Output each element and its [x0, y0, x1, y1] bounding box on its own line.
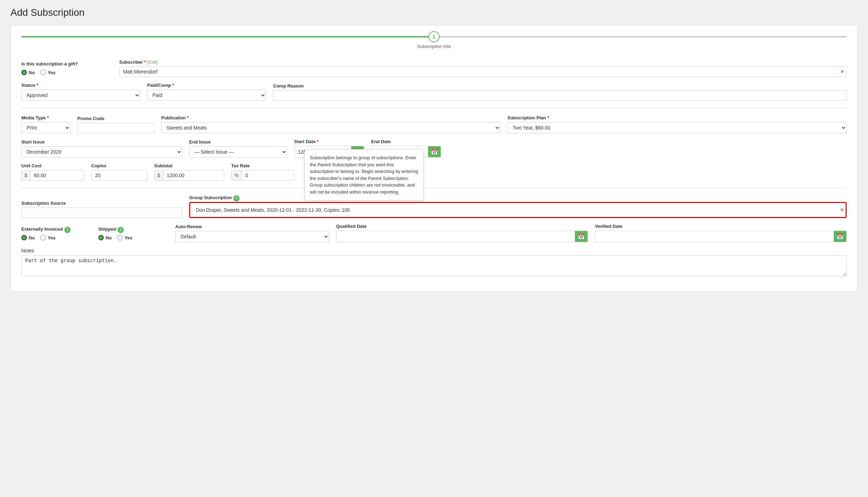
copies-group: Copies: [91, 163, 147, 181]
divider-1: [21, 108, 847, 108]
unit-cost-group: Unit Cost $: [21, 163, 84, 181]
publication-label: Publication *: [161, 115, 500, 120]
end-date-label: End Date: [371, 139, 441, 144]
subscription-plan-label: Subscription Plan *: [507, 115, 847, 120]
media-type-label: Media Type *: [21, 115, 70, 120]
subtotal-field: $: [154, 170, 224, 181]
subscriber-label: Subscriber * [Edit]: [119, 59, 847, 65]
auto-renew-label: Auto-Renew: [175, 224, 329, 229]
stepper-track: 1: [21, 36, 847, 37]
status-label: Status *: [21, 83, 140, 88]
gift-radio-group: No Yes: [21, 70, 112, 77]
group-sub-label-row: Group Subscription ?: [189, 195, 847, 202]
shipped-help-icon[interactable]: ?: [118, 227, 124, 233]
start-issue-select[interactable]: December 2020 January 2021: [21, 146, 182, 158]
subscriber-input[interactable]: [119, 66, 847, 77]
gift-no-radio[interactable]: No: [21, 70, 35, 75]
ext-invoiced-help-icon[interactable]: ?: [64, 227, 71, 233]
end-issue-label: End Issue: [189, 139, 287, 145]
gift-yes-label: Yes: [48, 70, 55, 75]
end-issue-select[interactable]: — Select Issue — December 2022: [189, 146, 287, 158]
externally-invoiced-label: Externally Invoiced: [21, 226, 63, 232]
promo-code-label: Promo Code: [77, 116, 154, 121]
paid-comp-select[interactable]: Paid Comp Free: [147, 90, 266, 101]
subscription-source-label: Subscription Source: [21, 201, 182, 206]
row-extra-fields: Externally Invoiced ? No Yes Shipped: [21, 224, 847, 242]
qualified-date-input[interactable]: [336, 232, 575, 241]
auto-renew-select[interactable]: Default Yes No: [175, 231, 329, 242]
copies-input[interactable]: [91, 170, 147, 181]
shipped-yes-input[interactable]: [117, 235, 123, 240]
promo-code-input[interactable]: [77, 123, 154, 133]
group-subscription-field: ×: [189, 202, 847, 218]
verified-date-input[interactable]: [595, 232, 834, 241]
stepper: 1 Subscription Info: [21, 36, 847, 49]
tax-rate-prefix: %: [232, 170, 242, 180]
page-container: Add Subscription 1 Subscription Info Is …: [0, 0, 868, 497]
ext-invoiced-no[interactable]: No: [21, 235, 35, 240]
gift-no-input[interactable]: [21, 70, 27, 75]
group-subscription-input[interactable]: [192, 205, 838, 215]
publication-group: Publication * Sweets and Meats Other Pub…: [161, 115, 500, 133]
group-subscription-group: Group Subscription ? ×: [189, 195, 847, 218]
stepper-progress: [21, 36, 434, 37]
verified-date-calendar-icon[interactable]: 📅: [834, 231, 846, 242]
subscriber-field: ×: [119, 66, 847, 77]
group-subscription-help-icon[interactable]: ?: [233, 195, 240, 202]
tax-rate-label: Tax Rate: [231, 163, 294, 168]
paid-comp-group: Paid/Comp * Paid Comp Free: [147, 83, 266, 101]
comp-reason-group: Comp Reason: [273, 83, 847, 101]
subscription-source-group: Subscription Source: [21, 201, 182, 218]
shipped-no-label: No: [106, 235, 112, 240]
verified-date-group: Verified Date 📅: [595, 224, 847, 242]
subtotal-input[interactable]: [163, 170, 224, 180]
unit-cost-field: $: [21, 170, 84, 181]
shipped-yes[interactable]: Yes: [117, 235, 132, 240]
shipped-no[interactable]: No: [98, 235, 112, 240]
comp-reason-input[interactable]: [273, 90, 847, 101]
shipped-yes-label: Yes: [124, 235, 132, 240]
unit-cost-label: Unit Cost: [21, 163, 84, 168]
ext-invoiced-radio-group: No Yes: [21, 235, 91, 242]
comp-reason-label: Comp Reason: [273, 83, 847, 89]
tax-rate-input[interactable]: [242, 170, 294, 180]
start-issue-label: Start Issue: [21, 139, 182, 145]
gift-yes-input[interactable]: [40, 70, 46, 75]
end-issue-group: End Issue — Select Issue — December 2022…: [189, 139, 287, 158]
ext-invoiced-yes-label: Yes: [48, 235, 55, 240]
shipped-no-input[interactable]: [98, 235, 104, 240]
subscription-plan-group: Subscription Plan * Two Year, $60.00 One…: [507, 115, 847, 133]
status-select[interactable]: Approved Pending Cancelled: [21, 90, 140, 101]
shipped-label-row: Shipped ?: [98, 226, 168, 233]
ext-invoiced-yes-input[interactable]: [40, 235, 46, 240]
subscription-plan-select[interactable]: Two Year, $60.00 One Year, $30.00: [507, 122, 847, 133]
subscriber-clear-btn[interactable]: ×: [841, 69, 844, 75]
stepper-label: Subscription Info: [417, 44, 451, 49]
divider-2: [21, 188, 847, 188]
qualified-date-calendar-icon[interactable]: 📅: [575, 231, 588, 242]
ext-invoiced-yes[interactable]: Yes: [40, 235, 55, 240]
ext-invoiced-no-input[interactable]: [21, 235, 27, 240]
subscription-source-input[interactable]: [21, 208, 182, 218]
group-subscription-clear-btn[interactable]: ×: [840, 207, 844, 213]
verified-date-label: Verified Date: [595, 224, 847, 229]
subscriber-edit-link[interactable]: [Edit]: [147, 59, 158, 65]
publication-select[interactable]: Sweets and Meats Other Publication: [161, 122, 500, 133]
auto-renew-group: Auto-Renew Default Yes No: [175, 224, 329, 242]
shipped-label: Shipped: [98, 226, 116, 232]
form-card: 1 Subscription Info Is this subscription…: [10, 25, 858, 292]
unit-cost-input[interactable]: [30, 170, 84, 180]
page-title: Add Subscription: [10, 7, 858, 18]
end-date-calendar-icon[interactable]: 📅: [428, 146, 441, 157]
shipped-group: Shipped ? No Yes: [98, 226, 168, 242]
qualified-date-label: Qualified Date: [336, 224, 588, 229]
qualified-date-field: 📅: [336, 231, 588, 242]
start-date-label: Start Date *: [294, 139, 364, 144]
media-type-select[interactable]: Print Digital Both: [21, 122, 70, 133]
qualified-date-group: Qualified Date 📅: [336, 224, 588, 242]
notes-label: Notes: [21, 248, 34, 253]
notes-textarea[interactable]: Part of the group subscription.: [21, 255, 847, 276]
notes-section: Notes Part of the group subscription.: [21, 248, 847, 277]
group-sub-inner: ×: [192, 205, 844, 215]
gift-yes-radio[interactable]: Yes: [40, 70, 55, 75]
